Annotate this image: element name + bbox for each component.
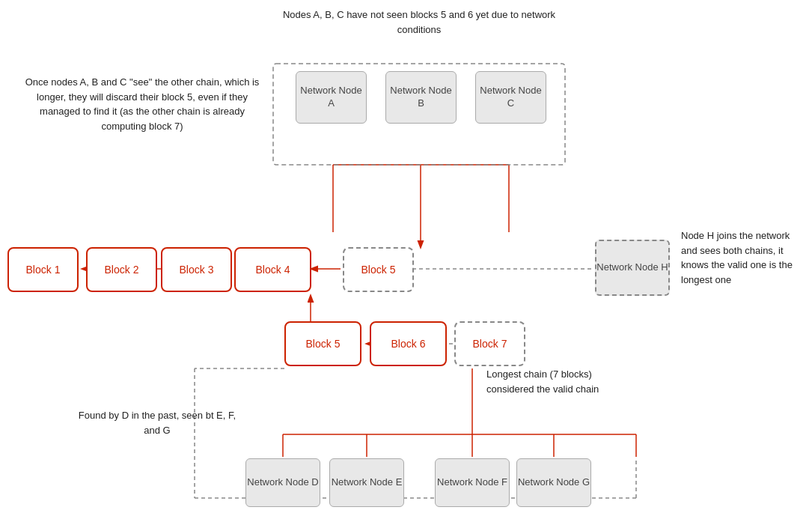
node-e: Network Node E <box>329 458 404 507</box>
block-5-bottom: Block 5 <box>284 321 361 366</box>
right-note: Node H joins the network and sees both c… <box>681 228 805 287</box>
node-b: Network Node B <box>385 71 457 124</box>
node-c: Network Node C <box>475 71 546 124</box>
block-6: Block 6 <box>370 321 447 366</box>
top-note: Nodes A, B, C have not seen blocks 5 and… <box>273 7 565 37</box>
node-h: Network Node H <box>595 240 670 296</box>
block-5-top: Block 5 <box>343 247 414 292</box>
node-f: Network Node F <box>435 458 510 507</box>
blockchain-diagram: Nodes A, B, C have not seen blocks 5 and… <box>0 0 812 522</box>
block-2: Block 2 <box>86 247 157 292</box>
node-a: Network Node A <box>296 71 367 124</box>
block-4: Block 4 <box>234 247 311 292</box>
node-g: Network Node G <box>516 458 591 507</box>
block-1: Block 1 <box>7 247 79 292</box>
bottom-left-note: Found by D in the past, seen bt E, F, an… <box>75 408 239 437</box>
longest-chain-note: Longest chain (7 blocks) considered the … <box>486 367 636 396</box>
left-note: Once nodes A, B and C "see" the other ch… <box>22 75 262 133</box>
node-d: Network Node D <box>245 458 320 507</box>
block-3: Block 3 <box>161 247 232 292</box>
block-7: Block 7 <box>454 321 525 366</box>
